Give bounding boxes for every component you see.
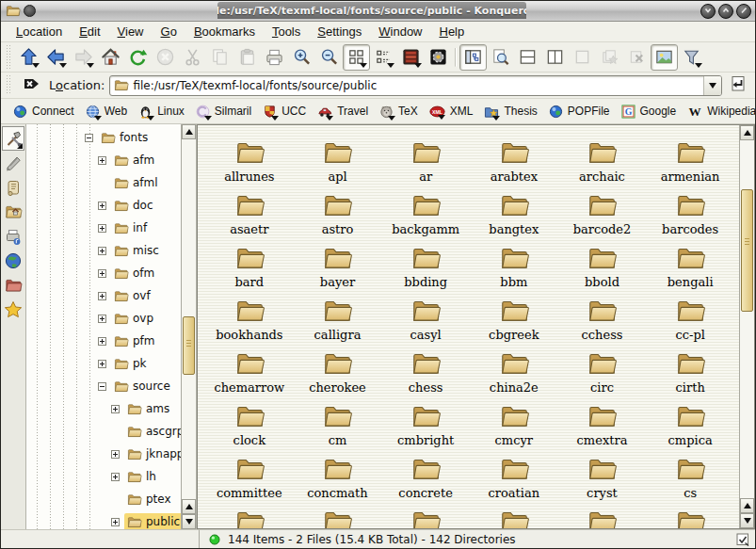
scroll-up-button[interactable] [182, 124, 196, 139]
scroll-up-button[interactable] [182, 499, 196, 514]
scroll-up-button[interactable] [740, 498, 754, 513]
toolbar-button[interactable] [179, 44, 206, 71]
folder-item[interactable]: clock [205, 400, 294, 453]
titlebar[interactable]: file:/usr/TeX/texmf-local/fonts/source/p… [1, 1, 755, 22]
bookmark-item[interactable]: W Wikipedia [683, 102, 756, 121]
tree-item[interactable]: fonts [26, 126, 181, 149]
folder-item[interactable]: concmath [294, 453, 382, 506]
tree-item[interactable]: ams [26, 397, 181, 420]
bookmark-item[interactable]: Linux [134, 102, 191, 121]
location-dropdown-button[interactable] [703, 76, 721, 95]
folder-item[interactable]: cchess [558, 295, 647, 347]
tree-item[interactable]: jknappen [26, 443, 181, 465]
folder-item[interactable]: bbding [381, 242, 470, 295]
menu-item[interactable]: Go [153, 23, 185, 40]
folder-item[interactable]: concrete [381, 453, 470, 506]
plus-box-icon[interactable] [98, 156, 106, 165]
plus-box-icon[interactable] [111, 518, 120, 526]
scrollbar-thumb[interactable] [741, 189, 753, 312]
folder-item[interactable]: cmcyr [470, 400, 558, 453]
folder-item[interactable]: cm [294, 400, 382, 453]
folder-item[interactable] [558, 506, 647, 528]
folder-item[interactable]: ar [381, 137, 470, 189]
folder-item[interactable]: armenian [646, 137, 734, 189]
bookmark-item[interactable]: XML XML [425, 102, 480, 121]
bookmark-item[interactable]: POPFile [544, 102, 617, 121]
tree-item[interactable]: ascgrp [26, 420, 181, 443]
toolbar-button[interactable] [343, 44, 370, 71]
bookmark-item[interactable]: Travel [313, 102, 375, 121]
folder-item[interactable]: astro [294, 189, 382, 242]
folder-item[interactable]: croatian [470, 453, 558, 506]
tree-item[interactable]: public [26, 510, 181, 529]
scroll-up-button[interactable] [740, 125, 754, 140]
folder-item[interactable]: bbold [558, 242, 647, 295]
window-button[interactable] [736, 4, 751, 19]
tree-item[interactable]: inf [26, 217, 181, 239]
folder-item[interactable]: bangtex [470, 189, 558, 242]
bookmark-item[interactable]: Web [81, 102, 134, 121]
folder-item[interactable]: circ [558, 347, 647, 400]
toolbar-button[interactable] [70, 44, 97, 71]
folder-item[interactable]: archaic [558, 137, 647, 189]
clear-location-button[interactable] [20, 74, 44, 97]
plus-box-icon[interactable] [98, 269, 106, 278]
tree-scrollbar[interactable] [181, 124, 196, 529]
toolbar-handle[interactable] [6, 75, 12, 96]
folder-item[interactable]: barcodes [646, 189, 734, 242]
blank-icon[interactable] [98, 179, 106, 187]
tree-item[interactable]: afm [26, 149, 181, 171]
plus-box-icon[interactable] [98, 202, 106, 210]
folder-item[interactable]: barcode2 [558, 189, 647, 242]
toolbar-button[interactable] [452, 44, 459, 71]
toolbar-button[interactable] [487, 44, 514, 71]
plus-box-icon[interactable] [98, 315, 106, 323]
tree-item[interactable]: misc [26, 239, 181, 262]
folder-item[interactable]: bengali [646, 242, 734, 295]
toolbar-button[interactable] [596, 44, 623, 71]
sidebar-tab-button[interactable] [2, 175, 24, 200]
toolbar-button[interactable] [124, 44, 152, 71]
scrollbar-thumb[interactable] [183, 316, 195, 375]
bookmark-item[interactable]: UCC [258, 102, 313, 121]
folder-item[interactable]: cc-pl [646, 295, 734, 347]
folder-item[interactable]: allrunes [205, 137, 294, 189]
folder-item[interactable]: cryst [558, 453, 647, 506]
sidebar-tab-button[interactable] [2, 151, 24, 175]
folder-item[interactable]: committee [205, 453, 294, 506]
toolbar-button[interactable] [42, 44, 70, 71]
toolbar-button[interactable] [541, 44, 569, 71]
toolbar-button[interactable] [233, 44, 261, 71]
sidebar-tab-button[interactable] [2, 224, 24, 249]
toolbar-button[interactable] [569, 44, 596, 71]
sidebar-tab-button[interactable] [2, 249, 24, 273]
tree-item[interactable]: pk [26, 352, 181, 375]
tree-item[interactable]: doc [26, 194, 181, 217]
sidebar-tab-button[interactable] [2, 126, 24, 151]
window-button[interactable] [718, 4, 733, 19]
folder-item[interactable]: cs [646, 453, 734, 506]
toolbar-button[interactable] [97, 44, 124, 71]
menu-item[interactable]: View [110, 23, 152, 40]
folder-item[interactable]: calligra [294, 295, 382, 347]
menu-item[interactable]: Help [432, 23, 473, 40]
plus-box-icon[interactable] [111, 473, 120, 481]
tree-item[interactable]: afml [26, 171, 181, 194]
main-scrollbar[interactable] [739, 125, 754, 528]
folder-item[interactable]: bookhands [205, 295, 294, 347]
sidebar-tab-button[interactable] [2, 298, 24, 322]
toolbar-button[interactable] [459, 44, 487, 71]
tree-item[interactable]: lh [26, 465, 181, 488]
folder-item[interactable]: cherokee [294, 347, 382, 400]
bookmark-item[interactable]: Thesis [479, 102, 543, 121]
toolbar-button[interactable] [152, 44, 179, 71]
scrollbar-track[interactable] [740, 140, 754, 498]
folder-item[interactable]: bayer [294, 242, 382, 295]
tree-item[interactable]: source [26, 375, 181, 397]
toolbar-button[interactable] [425, 44, 452, 71]
sidebar-tab-button[interactable] [2, 273, 24, 298]
toolbar-button[interactable] [514, 44, 541, 71]
toolbar-button[interactable] [397, 44, 425, 71]
folder-item[interactable]: chemarrow [205, 347, 294, 400]
menu-item[interactable]: Settings [310, 23, 369, 40]
